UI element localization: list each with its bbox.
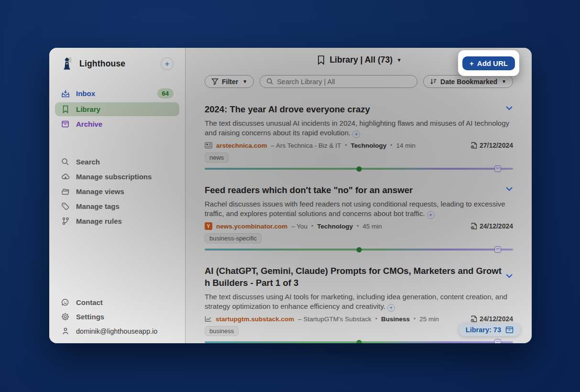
library-count-badge[interactable]: Library: 73 [459, 324, 520, 336]
article-meta: arstechnica.com – Ars Technica - Biz & I… [205, 142, 513, 149]
sort-label: Date Bookmarked [440, 78, 497, 86]
sidebar-footer: Contact Settings [49, 295, 185, 338]
article-source: – StartupGTM's Substack [298, 316, 371, 323]
file-clock-icon [471, 315, 477, 323]
article-category: Technology [317, 223, 353, 230]
library-count-label: Library: 73 [466, 326, 501, 334]
expand-chevron-icon[interactable] [505, 186, 513, 191]
app-window: Lighthouse + Inbox 64 Library [49, 48, 532, 343]
date-text: 24/12/2024 [480, 315, 513, 323]
expand-summary-icon[interactable]: + [352, 131, 360, 138]
sidebar-item-library[interactable]: Library [55, 102, 179, 116]
article-card: Feed readers which don't take "no" for a… [205, 184, 513, 250]
date-text: 24/12/2024 [480, 222, 513, 230]
chevron-down-icon: ▾ [398, 57, 401, 63]
add-url-button[interactable]: + Add URL [462, 56, 515, 70]
search-icon [61, 158, 70, 166]
file-clock-icon [471, 142, 477, 149]
expand-summary-icon[interactable]: + [387, 304, 395, 312]
toolbar: Filter ▼ [205, 75, 513, 88]
date-text: 27/12/2024 [480, 142, 513, 149]
reading-progress-bar[interactable] [205, 341, 513, 343]
chart-favicon-icon [205, 316, 212, 322]
article-title[interactable]: AI (ChatGPT, Gemini, Claude) Prompts for… [205, 265, 503, 289]
article-tag[interactable]: business-specific [205, 233, 262, 243]
newspaper-favicon-icon [205, 142, 212, 149]
article-title[interactable]: 2024: The year AI drove everyone crazy [205, 103, 503, 115]
expand-chevron-icon[interactable] [505, 273, 513, 278]
article-tag[interactable]: business [205, 326, 239, 336]
sidebar-item-label: Library [76, 105, 100, 113]
sort-button[interactable]: Date Bookmarked ▼ [423, 75, 513, 88]
search-icon [266, 78, 274, 85]
progress-dot[interactable] [356, 166, 361, 172]
sidebar-item-manage-views[interactable]: Manage views [55, 185, 179, 198]
filter-button[interactable]: Filter ▼ [205, 75, 254, 88]
article-title[interactable]: Feed readers which don't take "no" for a… [205, 184, 503, 196]
article-source: – Ars Technica - Biz & IT [271, 142, 341, 149]
sidebar-item-manage-rules[interactable]: Manage rules [55, 214, 179, 228]
sidebar-item-label: Settings [76, 313, 104, 321]
folder-icon [61, 188, 70, 196]
sidebar-item-contact[interactable]: Contact [55, 295, 179, 309]
sidebar-item-inbox[interactable]: Inbox 64 [55, 86, 179, 101]
sidebar: Lighthouse + Inbox 64 Library [49, 48, 186, 343]
bookmark-icon [61, 105, 70, 113]
chevron-down-icon: ▼ [242, 79, 247, 84]
sidebar-item-settings[interactable]: Settings [55, 310, 179, 324]
sidebar-item-manage-tags[interactable]: Manage tags [55, 199, 179, 213]
sidebar-item-label: Manage views [76, 187, 124, 196]
file-clock-icon [471, 222, 477, 230]
library-search[interactable] [260, 75, 417, 88]
chat-smiley-icon [61, 298, 70, 306]
cloud-download-icon [61, 173, 70, 181]
article-read-time: 45 min [362, 223, 382, 230]
separator-dot: • [345, 142, 347, 149]
sidebar-item-search[interactable]: Search [55, 155, 179, 169]
article-date: 24/12/2024 [471, 222, 513, 230]
article-meta: startupgtm.substack.com – StartupGTM's S… [205, 315, 513, 323]
reading-progress-bar[interactable] [205, 168, 513, 170]
article-domain-link[interactable]: news.ycombinator.com [216, 223, 287, 230]
app-logo-row: Lighthouse + [49, 54, 185, 73]
gear-icon [61, 313, 70, 321]
sidebar-item-manage-subscriptions[interactable]: Manage subscriptions [55, 170, 179, 184]
sidebar-item-label: Search [76, 158, 100, 166]
archive-marker-icon[interactable] [494, 165, 501, 172]
sidebar-item-label: Archive [76, 120, 102, 128]
sidebar-item-label: Manage rules [76, 217, 122, 225]
sidebar-item-account[interactable]: dominik@lighthouseapp.io [55, 324, 179, 338]
sidebar-add-button[interactable]: + [161, 57, 174, 70]
sort-icon [430, 78, 437, 85]
separator-dot: • [390, 142, 392, 149]
sidebar-item-label: Manage subscriptions [76, 173, 152, 181]
article-source: – You [291, 223, 307, 230]
separator-dot: • [375, 316, 377, 322]
sidebar-item-archive[interactable]: Archive [55, 117, 179, 131]
article-read-time: 25 min [419, 316, 439, 323]
sidebar-item-label: Inbox [76, 89, 95, 98]
funnel-icon [211, 78, 219, 85]
lighthouse-logo-icon [60, 56, 74, 71]
article-domain-link[interactable]: startupgtm.substack.com [216, 316, 294, 323]
archive-marker-icon[interactable] [494, 339, 501, 343]
archive-marker-icon[interactable] [494, 246, 501, 253]
sidebar-item-label: Manage tags [76, 202, 120, 210]
inbox-count-badge: 64 [157, 88, 174, 98]
expand-chevron-icon[interactable] [505, 106, 513, 110]
expand-summary-icon[interactable]: + [427, 211, 435, 219]
archive-box-icon [61, 120, 70, 128]
progress-dot[interactable] [356, 340, 361, 344]
article-meta: Y news.ycombinator.com – You • Technolog… [205, 222, 513, 230]
article-domain-link[interactable]: arstechnica.com [216, 142, 267, 149]
chevron-down-icon: ▼ [502, 79, 506, 84]
article-tag[interactable]: news [205, 152, 229, 163]
progress-dot[interactable] [356, 247, 361, 252]
spotlight-highlight: + Add URL [458, 50, 519, 76]
ycombinator-favicon-icon: Y [205, 222, 212, 230]
reading-progress-bar[interactable] [205, 249, 513, 250]
plus-icon: + [470, 59, 474, 67]
search-input[interactable] [277, 78, 411, 86]
page-title: Library | All (73) [329, 55, 393, 65]
bookmark-icon [317, 55, 325, 65]
